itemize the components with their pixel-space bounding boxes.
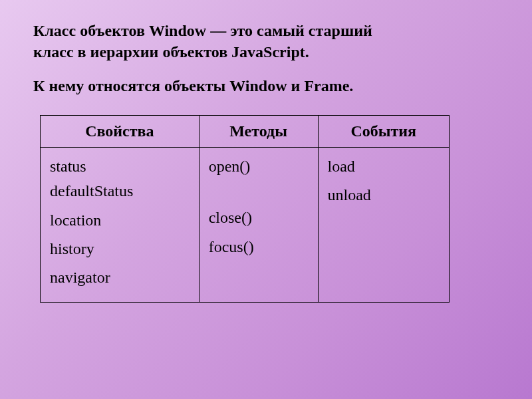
heading: Класс объектов Window — это самый старши… bbox=[33, 20, 499, 63]
heading-line1: Класс объектов Window — это самый старши… bbox=[33, 22, 372, 39]
event-item: unload bbox=[328, 183, 440, 207]
col-header-events: События bbox=[318, 116, 449, 148]
table-data-row: status defaultStatus location history na… bbox=[41, 148, 450, 303]
table-header-row: Свойства Методы События bbox=[41, 116, 450, 148]
cell-properties: status defaultStatus location history na… bbox=[41, 148, 200, 303]
method-item: focus() bbox=[209, 235, 309, 259]
window-class-table: Свойства Методы События status defaultSt… bbox=[40, 115, 450, 303]
property-item: status bbox=[50, 154, 190, 179]
property-item: navigator bbox=[50, 265, 190, 290]
event-item: load bbox=[328, 154, 440, 179]
cell-methods: open() close() focus() bbox=[199, 148, 318, 303]
subheading-text: К нему относятся объекты Window и Frame. bbox=[33, 77, 353, 94]
subheading: К нему относятся объекты Window и Frame. bbox=[33, 75, 499, 96]
property-item: history bbox=[50, 237, 190, 261]
method-item: open() bbox=[209, 154, 309, 179]
heading-line2: класс в иерархии объектов JavaScript. bbox=[33, 43, 309, 61]
col-header-methods: Методы bbox=[199, 116, 318, 148]
col-header-properties: Свойства bbox=[41, 116, 200, 148]
property-item: defaultStatus bbox=[50, 179, 190, 203]
cell-events: load unload bbox=[318, 148, 449, 303]
property-item: location bbox=[50, 208, 190, 233]
method-item: close() bbox=[209, 205, 309, 230]
